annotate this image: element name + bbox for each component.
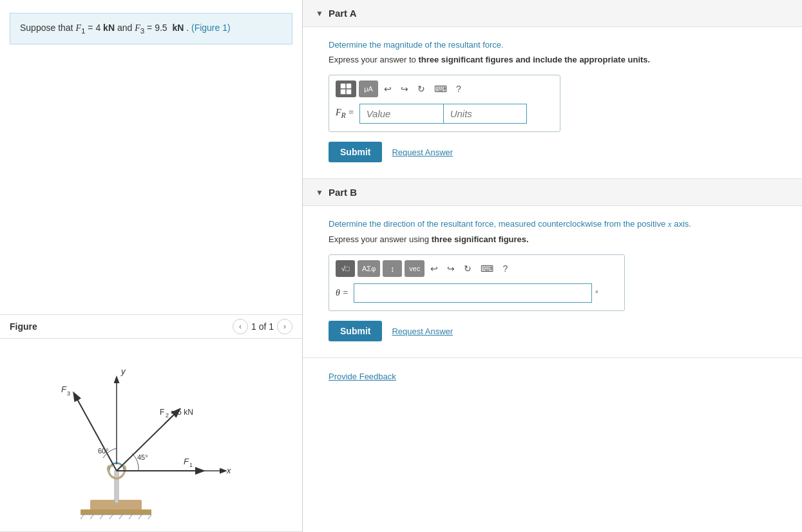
theta-label: θ = [336, 288, 348, 298]
figure-svg: y x F 1 F 2 = 5 kN F 3 [0, 339, 302, 532]
svg-text:x: x [226, 466, 231, 475]
svg-text:= 5 kN: = 5 kN [171, 408, 193, 417]
sqrt-button[interactable]: √□ [336, 260, 355, 277]
figure-content[interactable]: y x F 1 F 2 = 5 kN F 3 [0, 339, 302, 532]
fr-label: FR = [336, 108, 354, 120]
arrow-updown-button[interactable]: ↕ [383, 260, 402, 277]
help-button-a[interactable]: ? [453, 82, 464, 95]
part-a-header: ▼ Part A [303, 0, 802, 27]
svg-rect-1 [81, 509, 151, 515]
part-b-actions: Submit Request Answer [329, 321, 783, 341]
part-a-input-area: μA ↩ ↪ ↻ ⌨ ? FR = [329, 75, 560, 132]
svg-text:60°: 60° [98, 447, 109, 455]
right-panel: ▼ Part A Determine the magnitude of the … [303, 0, 802, 532]
keyboard-button-a[interactable]: ⌨ [431, 82, 450, 95]
keyboard-button-b[interactable]: ⌨ [477, 262, 497, 275]
part-b-input-row: θ = ° [336, 283, 618, 303]
part-b-body: Determine the direction of the resultant… [303, 206, 802, 357]
svg-rect-33 [347, 90, 351, 94]
svg-text:45°: 45° [137, 453, 148, 461]
theta-input[interactable] [354, 283, 592, 303]
part-b-input-area: √□ ΑΣφ ↕ vec ↩ ↪ ↻ ⌨ ? θ = ° [329, 254, 625, 311]
figure-page-indicator: 1 of 1 [251, 321, 274, 332]
svg-text:F: F [61, 385, 67, 394]
redo-button-b[interactable]: ↪ [444, 262, 458, 275]
svg-rect-32 [341, 90, 345, 94]
sigma-button[interactable]: ΑΣφ [358, 260, 380, 277]
svg-rect-11 [115, 471, 119, 503]
part-b-instruction1: Determine the direction of the resultant… [329, 219, 783, 229]
feedback-section: Provide Feedback [303, 358, 802, 401]
part-a-collapse-arrow[interactable]: ▼ [316, 9, 323, 18]
request-answer-button-b[interactable]: Request Answer [392, 327, 453, 336]
figure-title: Figure [10, 321, 37, 332]
part-b-collapse-arrow[interactable]: ▼ [316, 188, 323, 197]
part-b-header: ▼ Part B [303, 179, 802, 206]
grid-icon-button[interactable] [336, 81, 356, 97]
part-a-actions: Submit Request Answer [329, 142, 783, 162]
refresh-button-b[interactable]: ↻ [461, 262, 475, 275]
part-a-label: Part A [329, 8, 357, 19]
svg-line-7 [119, 515, 122, 519]
figure-prev-button[interactable]: ‹ [233, 319, 248, 334]
problem-statement: Suppose that F1 = 4 kN and F3 = 9.5 kN .… [10, 13, 292, 44]
undo-button-a[interactable]: ↩ [381, 82, 395, 95]
figure-header: Figure ‹ 1 of 1 › [0, 314, 302, 339]
svg-text:2: 2 [166, 412, 169, 419]
svg-line-24 [74, 394, 117, 471]
svg-text:y: y [120, 366, 126, 376]
svg-line-6 [110, 515, 113, 519]
help-button-b[interactable]: ? [499, 262, 511, 275]
svg-line-20 [117, 410, 179, 471]
svg-line-4 [90, 515, 93, 519]
figure-next-button[interactable]: › [277, 319, 292, 334]
svg-line-9 [138, 515, 142, 519]
submit-button-a[interactable]: Submit [329, 142, 382, 162]
left-panel: Suppose that F1 = 4 kN and F3 = 9.5 kN .… [0, 0, 303, 532]
part-a-instruction1: Determine the magnitude of the resultant… [329, 40, 783, 50]
svg-line-8 [129, 515, 132, 519]
value-input[interactable] [359, 104, 443, 124]
mu-a-button[interactable]: μA [359, 81, 378, 97]
degree-symbol: ° [595, 289, 598, 298]
refresh-button-a[interactable]: ↻ [414, 82, 428, 95]
units-input[interactable] [443, 104, 527, 124]
figure-link[interactable]: (Figure 1) [191, 23, 231, 33]
force-diagram: y x F 1 F 2 = 5 kN F 3 [13, 345, 245, 526]
svg-rect-30 [341, 84, 345, 88]
svg-text:F: F [184, 457, 189, 466]
request-answer-button-a[interactable]: Request Answer [392, 147, 453, 157]
svg-line-5 [100, 515, 103, 519]
provide-feedback-button[interactable]: Provide Feedback [329, 372, 396, 381]
part-b-instruction2: Express your answer using three signific… [329, 234, 783, 244]
part-a-toolbar: μA ↩ ↪ ↻ ⌨ ? [336, 81, 553, 97]
part-b-section: ▼ Part B Determine the direction of the … [303, 179, 802, 358]
part-a-input-row: FR = [336, 104, 553, 124]
part-a-body: Determine the magnitude of the resultant… [303, 27, 802, 178]
figure-nav: ‹ 1 of 1 › [233, 319, 292, 334]
submit-button-b[interactable]: Submit [329, 321, 382, 341]
figure-section: Figure ‹ 1 of 1 › [0, 308, 302, 532]
svg-line-3 [81, 515, 84, 519]
redo-button-a[interactable]: ↪ [397, 82, 412, 95]
svg-text:3: 3 [67, 390, 70, 397]
svg-rect-31 [347, 84, 351, 88]
part-b-toolbar: √□ ΑΣφ ↕ vec ↩ ↪ ↻ ⌨ ? [336, 260, 618, 277]
problem-text: Suppose that F1 = 4 kN and F3 = 9.5 kN .… [20, 23, 231, 33]
svg-line-10 [148, 515, 151, 519]
undo-button-b[interactable]: ↩ [427, 262, 441, 275]
svg-text:1: 1 [189, 462, 193, 468]
vec-button[interactable]: vec [405, 260, 425, 277]
svg-text:F: F [160, 408, 164, 417]
part-a-section: ▼ Part A Determine the magnitude of the … [303, 0, 802, 179]
part-b-label: Part B [329, 187, 357, 198]
part-a-instruction2: Express your answer to three significant… [329, 55, 783, 64]
